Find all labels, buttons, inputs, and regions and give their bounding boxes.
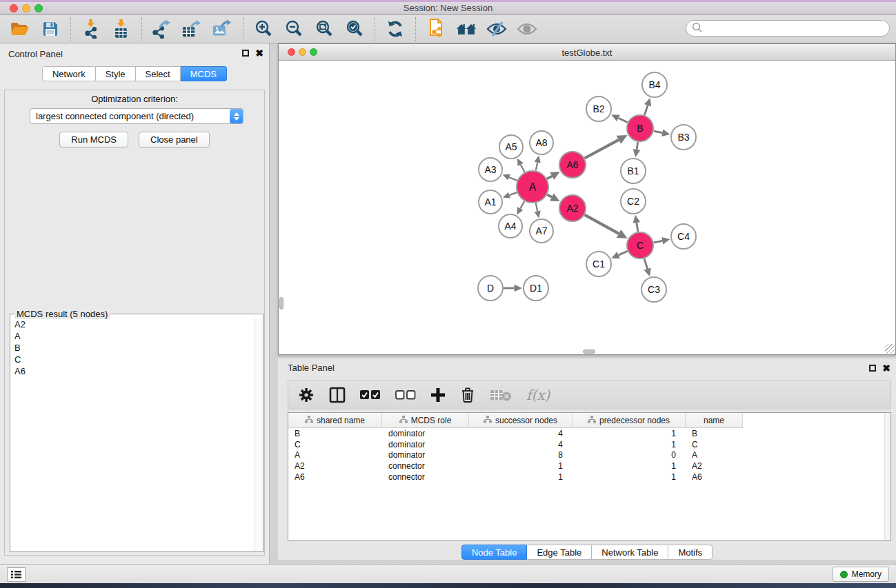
desktop-background-strip [0,583,896,588]
result-list-scrollbar[interactable] [255,318,263,551]
edge-C-C1[interactable] [619,251,628,255]
edge-B-B1[interactable] [637,142,638,150]
mcds-result-item[interactable]: B [11,342,255,354]
network-vertical-scrollbar[interactable] [279,297,283,310]
tab-style[interactable]: Style [96,66,136,81]
table-row[interactable]: A6connector11A6 [288,472,890,483]
export-image-icon[interactable] [212,19,233,39]
tab-network-table[interactable]: Network Table [592,545,668,560]
run-mcds-button[interactable]: Run MCDS [59,132,128,148]
column-header-successor-nodes[interactable]: successor nodes [469,413,573,428]
tab-select[interactable]: Select [136,66,181,81]
import-table-icon[interactable] [111,19,132,39]
edge-arrowhead [661,129,670,136]
column-header-shared-name[interactable]: shared name [288,413,382,428]
gear-icon[interactable] [298,387,315,403]
criterion-value: largest connected component (directed) [30,111,230,121]
export-table-icon[interactable] [182,19,203,39]
tab-edge-table[interactable]: Edge Table [527,545,592,560]
zoom-selected-icon[interactable] [344,19,365,39]
edge-A-A6[interactable] [547,176,552,179]
export-network-icon[interactable] [152,19,172,39]
show-all-icon[interactable] [517,19,537,39]
columns-icon[interactable] [329,387,346,403]
close-panel-button[interactable]: Close panel [139,132,210,148]
edge-A-A2[interactable] [547,194,552,197]
float-table-panel-icon[interactable] [869,365,876,372]
select-all-icon[interactable] [360,389,381,401]
column-header-name[interactable]: name [686,413,743,428]
node-label-C3: C3 [648,284,660,295]
cell-name: A2 [686,461,743,471]
column-label: MCDS role [411,416,452,425]
add-column-icon[interactable] [430,387,446,403]
cell-MCDS-role: connector [382,461,469,471]
table-row[interactable]: Bdominator41B [288,428,890,439]
delete-column-icon[interactable] [460,387,475,403]
table-row[interactable]: Cdominator41C [288,439,890,450]
criterion-dropdown[interactable]: largest connected component (directed) [30,108,244,124]
edge-B-B3[interactable] [654,131,663,133]
hide-selected-icon[interactable] [486,19,507,39]
edge-A-A3[interactable] [509,177,517,181]
control-panel-tabs: NetworkStyleSelectMCDS [0,66,269,81]
zoom-fit-icon[interactable] [314,19,335,39]
deselect-all-icon[interactable] [395,389,416,401]
zoom-out-icon[interactable] [283,19,304,39]
tab-node-table[interactable]: Node Table [461,545,528,560]
edge-A-A5[interactable] [521,165,525,172]
tab-motifs[interactable]: Motifs [668,545,713,560]
dropdown-stepper-icon [230,109,243,123]
network-canvas[interactable]: B4B2BB3B1A5A8A6A3AA1A2C2A4A7C4CC1C3DD1 [279,61,895,354]
edge-C-C4[interactable] [654,241,663,243]
network-horizontal-scrollbar[interactable] [583,349,595,354]
edge-C-C3[interactable] [644,258,648,269]
mcds-result-item[interactable]: A6 [11,365,255,377]
node-label-A3: A3 [484,164,496,175]
edge-arrowhead [633,215,641,223]
save-icon[interactable] [40,19,61,39]
mcds-result-item[interactable]: A2 [11,318,255,330]
table-toolbar: f(x) [288,381,891,409]
new-network-from-selection-icon[interactable] [426,19,446,39]
edge-A-A1[interactable] [509,192,517,195]
mcds-result-item[interactable]: A [11,330,255,342]
edge-C-C2[interactable] [637,223,638,232]
zoom-in-icon[interactable] [253,19,274,39]
edge-A-A4[interactable] [520,201,524,209]
network-graph[interactable]: B4B2BB3B1A5A8A6A3AA1A2C2A4A7C4CC1C3DD1 [279,61,895,354]
edge-A-A8[interactable] [536,163,537,171]
tab-mcds[interactable]: MCDS [181,66,227,81]
memory-button[interactable]: Memory [833,567,889,582]
import-network-icon[interactable] [81,19,101,39]
search-input[interactable] [686,20,890,37]
refresh-layout-icon[interactable] [385,19,406,39]
table-header-row: shared nameMCDS rolesuccessor nodesprede… [288,413,743,428]
open-folder-icon[interactable] [10,19,30,39]
float-panel-icon[interactable] [242,50,249,57]
table-row[interactable]: A2connector11A2 [288,460,890,472]
mcds-result-item[interactable]: C [11,354,255,365]
network-window-titlebar[interactable]: testGlobe.txt [279,44,895,61]
edge-A-A7[interactable] [536,203,537,212]
task-history-button[interactable] [7,567,26,582]
window-resize-grip[interactable] [885,344,895,354]
close-table-panel-icon[interactable]: ✖ [882,365,890,372]
edge-B-B2[interactable] [618,118,627,122]
edge-A2-C[interactable] [585,215,619,234]
column-header-MCDS-role[interactable]: MCDS role [382,413,469,428]
tree-icon [399,416,408,425]
apply-function-icon[interactable]: f(x) [526,387,550,403]
edge-B-B4[interactable] [644,105,648,115]
edge-A6-B[interactable] [585,140,619,159]
cell-MCDS-role: connector [382,472,469,482]
column-header-predecessor-nodes[interactable]: predecessor nodes [573,413,686,428]
table-row[interactable]: Adominator80A [288,449,890,460]
mcds-result-list[interactable]: A2ABCA6 [11,318,255,551]
delete-table-icon[interactable] [490,388,512,402]
close-panel-icon[interactable]: ✖ [255,50,263,57]
list-icon [11,570,21,579]
home-icon[interactable] [456,19,477,39]
table-scrollbar[interactable] [884,413,890,540]
tab-network[interactable]: Network [42,66,96,81]
